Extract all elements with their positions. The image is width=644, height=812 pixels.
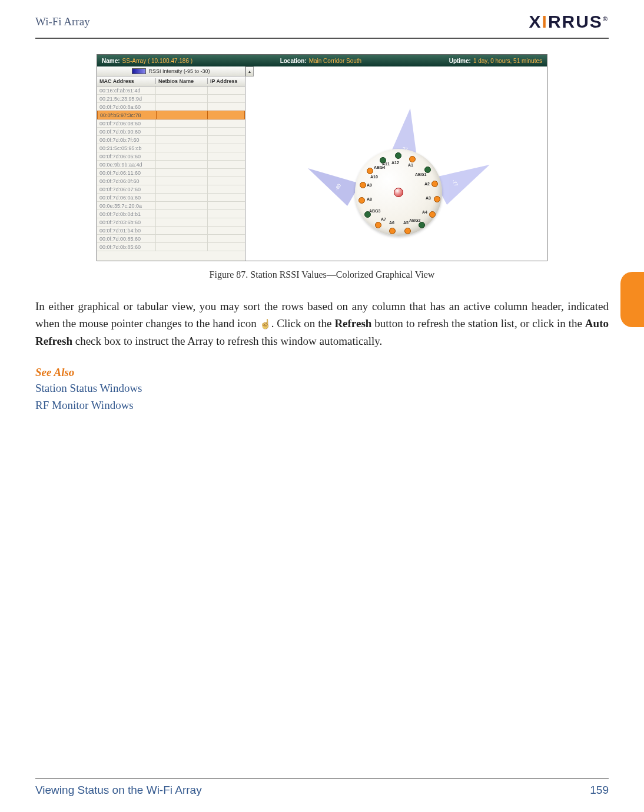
column-header-ip[interactable]: IP Address (208, 78, 244, 84)
cell-ip (208, 86, 244, 94)
cell-ip (208, 152, 244, 160)
ap-a12[interactable] (395, 152, 401, 159)
cell-ip (208, 136, 244, 144)
ap-label: A7 (381, 217, 386, 221)
table-row[interactable]: 00:0f:7d:06:05:60 (97, 152, 245, 161)
body-text-span: check box to instruct the Array to refre… (72, 335, 382, 347)
body-paragraph: In either graphical or tabular view, you… (35, 298, 609, 350)
uptime-value: 1 day, 0 hours, 51 minutes (473, 58, 542, 64)
ap-label: A1 (408, 163, 413, 167)
table-row[interactable]: 00:0e:35:7c:20:0a (97, 202, 245, 210)
rssi-beam-right: -77 (433, 151, 497, 205)
rssi-swatch-icon (132, 68, 146, 74)
uptime-label: Uptime: (449, 58, 471, 64)
table-row[interactable]: 00:0f:7d:01:b4:b0 (97, 227, 245, 235)
location-value: Main Corridor South (309, 58, 361, 64)
column-header-mac[interactable]: MAC Address (97, 78, 156, 84)
ap-a1[interactable] (409, 156, 416, 162)
ap-a4[interactable] (429, 211, 436, 218)
see-also-heading: See Also (35, 366, 609, 379)
cell-netbios (156, 243, 208, 251)
ap-a9[interactable] (360, 182, 366, 188)
scroll-up-button[interactable]: ▴ (245, 66, 254, 76)
table-row[interactable]: 00:0f:7d:06:0f:60 (97, 177, 245, 185)
name-label: Name: (102, 58, 120, 64)
cell-ip (208, 243, 244, 251)
cell-netbios (156, 119, 208, 127)
cell-mac: 00:0f:7d:06:11:60 (97, 169, 156, 177)
see-also-link[interactable]: Station Status Windows (35, 380, 609, 397)
table-row[interactable]: 00:21:5c:23:95:9d (97, 95, 245, 103)
app-window: Name: SS-Array ( 10.100.47.186 ) Locatio… (97, 54, 547, 261)
brand-logo: XIRRUS® (529, 12, 609, 32)
rssi-legend-text: RSSI Intensity (-95 to -30) (148, 68, 210, 74)
cell-ip (208, 227, 244, 234)
refresh-keyword: Refresh (334, 317, 371, 330)
array-canvas: -80 -77 -77 A12 A1 (254, 66, 547, 261)
table-row[interactable]: 00:0f:7d:06:07:60 (97, 185, 245, 194)
ap-abg2[interactable] (419, 222, 425, 228)
table-row[interactable]: 00:0f:7d:0b:90:60 (97, 128, 245, 136)
ap-a10[interactable] (367, 168, 373, 174)
logo-x: X (529, 12, 542, 31)
ap-a5[interactable] (404, 228, 411, 234)
table-row[interactable]: 00:0f:7d:0b:0d:b1 (97, 210, 245, 218)
table-row[interactable]: 00:0f:7d:06:11:60 (97, 169, 245, 177)
doc-header-title: Wi-Fi Array (35, 15, 90, 28)
cell-netbios (156, 218, 208, 226)
table-row[interactable]: 00:0f:7d:0b:7f:60 (97, 136, 245, 144)
cell-mac: 00:21:5c:23:95:9d (97, 95, 156, 102)
cell-mac: 00:0f:7d:06:05:60 (97, 152, 156, 160)
cell-ip (208, 177, 244, 185)
table-row[interactable]: 00:0f:7d:06:08:60 (97, 119, 245, 128)
cell-netbios (156, 235, 208, 242)
ap-a7[interactable] (375, 222, 381, 228)
cell-mac: 00:0f:7d:01:b4:b0 (97, 227, 156, 234)
logo-i: I (542, 12, 548, 31)
figure-caption: Figure 87. Station RSSI Values—Colorized… (35, 269, 609, 280)
cell-netbios (156, 169, 208, 177)
cell-mac: 00:0f:7d:0b:0d:b1 (97, 210, 156, 218)
cell-ip (208, 128, 244, 135)
column-header-netbios[interactable]: Netbios Name (156, 78, 208, 84)
cell-mac: 00:0f:7d:0b:85:60 (97, 243, 156, 251)
cell-mac: 00:0f:b5:97:3c:78 (98, 111, 157, 119)
ap-label: ABG4 (374, 165, 385, 169)
ap-label: A10 (370, 175, 378, 179)
rssi-value-left: -80 (334, 183, 343, 192)
cell-ip (208, 169, 244, 177)
cell-netbios (156, 136, 208, 144)
cell-ip (208, 95, 244, 102)
table-row[interactable]: 00:0f:7d:06:0a:60 (97, 194, 245, 202)
table-row[interactable]: 00:0f:7d:00:8a:60 (97, 103, 245, 111)
ap-a3[interactable] (434, 196, 440, 202)
ap-a6[interactable] (389, 228, 396, 234)
location-label: Location: (280, 58, 307, 64)
table-row[interactable]: 00:0e:9b:9b:aa:4d (97, 161, 245, 169)
registered-icon: ® (603, 15, 609, 22)
ap-a8[interactable] (358, 197, 365, 204)
cell-ip (208, 103, 244, 111)
cell-mac: 00:0f:7d:00:85:60 (97, 235, 156, 242)
ap-label: A2 (424, 182, 430, 186)
table-row[interactable]: 00:0f:b5:97:3c:78 (97, 111, 245, 119)
see-also-link[interactable]: RF Monitor Windows (35, 397, 609, 414)
app-titlebar: Name: SS-Array ( 10.100.47.186 ) Locatio… (97, 55, 547, 66)
table-body: 00:16:cf:ab:61:4d00:21:5c:23:95:9d00:0f:… (97, 86, 245, 261)
table-row[interactable]: 00:0f:7d:0b:85:60 (97, 243, 245, 251)
ap-label: A5 (403, 221, 409, 225)
ap-a2[interactable] (431, 181, 438, 187)
table-row[interactable]: 00:21:5c:05:95:cb (97, 144, 245, 152)
ap-label: A11 (382, 162, 390, 166)
table-row[interactable]: 00:0f:7d:03:6b:60 (97, 218, 245, 227)
cell-ip (208, 218, 244, 226)
station-table: RSSI Intensity (-95 to -30) MAC Address … (97, 66, 245, 261)
ap-label: ABG2 (409, 218, 420, 222)
table-row[interactable]: 00:16:cf:ab:61:4d (97, 86, 245, 95)
body-text-span: . Click on the (271, 317, 335, 330)
rssi-beam-left: -80 (301, 157, 360, 206)
table-row[interactable]: 00:0f:7d:00:85:60 (97, 235, 245, 243)
cell-ip (208, 185, 244, 193)
cell-mac: 00:21:5c:05:95:cb (97, 144, 156, 152)
ap-label: ABG3 (369, 209, 380, 213)
